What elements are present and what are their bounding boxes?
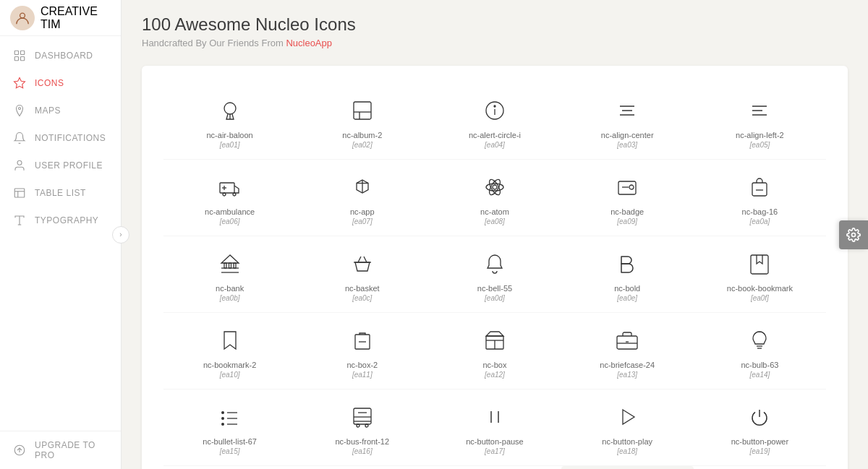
icon-cell[interactable]: nc-button-power[ea19] bbox=[694, 390, 826, 466]
svg-rect-2 bbox=[21, 51, 25, 54]
sidebar-item-icons[interactable]: ICONS bbox=[0, 69, 121, 97]
icon-cell[interactable]: nc-button-pause[ea17] bbox=[428, 390, 561, 466]
icon-code: [ea11] bbox=[352, 371, 373, 379]
nc-button-play-icon bbox=[613, 403, 642, 431]
svg-rect-67 bbox=[354, 408, 371, 424]
nc-bus-front-12-icon bbox=[348, 403, 377, 431]
icon-cell[interactable]: nc-atom[ea08] bbox=[428, 160, 561, 236]
maps-icon bbox=[12, 104, 27, 117]
svg-point-70 bbox=[365, 424, 368, 427]
icon-cell[interactable]: nc-caps-small bbox=[428, 466, 561, 469]
main-scroll-area[interactable]: 100 Awesome Nucleo Icons Handcrafted By … bbox=[122, 0, 868, 469]
icon-label: nc-briefcase-24 bbox=[600, 361, 655, 369]
icon-cell[interactable]: nc-align-left-2[ea05] bbox=[694, 83, 826, 160]
svg-rect-3 bbox=[14, 57, 18, 61]
icon-label: nc-bus-front-12 bbox=[335, 437, 389, 446]
sidebar-nav: DASHBOARD ICONS MAPS bbox=[0, 36, 121, 431]
svg-rect-4 bbox=[21, 57, 25, 61]
sidebar-item-user-profile[interactable]: USER PROFILE bbox=[0, 152, 121, 179]
icons-icon bbox=[12, 77, 27, 90]
nc-box-icon bbox=[480, 326, 509, 355]
icon-cell[interactable]: nc-bank[ea0b] bbox=[163, 236, 296, 313]
icon-code: [ea0c] bbox=[352, 294, 372, 302]
sidebar-header: CREATIVE TIM bbox=[0, 0, 121, 36]
icon-cell[interactable]: nc-basket[ea0c] bbox=[296, 236, 428, 313]
nc-book-bookmark-icon bbox=[745, 249, 774, 278]
nucleo-link[interactable]: NucleoApp bbox=[286, 38, 332, 48]
svg-point-6 bbox=[19, 108, 21, 110]
nc-alert-circle-i-icon bbox=[480, 96, 509, 125]
svg-rect-16 bbox=[354, 102, 371, 119]
icon-cell[interactable]: nc-box[ea12] bbox=[428, 313, 561, 390]
icon-label: nc-bank bbox=[216, 284, 244, 293]
icon-cell[interactable]: nc-cart-simple bbox=[561, 466, 694, 469]
dashboard-icon bbox=[12, 49, 27, 62]
svg-rect-51 bbox=[751, 255, 768, 274]
icon-label: nc-bell-55 bbox=[477, 284, 512, 293]
icon-code: [ea14] bbox=[749, 371, 770, 379]
icon-cell[interactable]: nc-calendar-60 bbox=[163, 466, 296, 469]
nc-button-power-icon bbox=[745, 403, 774, 431]
svg-marker-75 bbox=[623, 410, 634, 424]
icon-code: [ea19] bbox=[749, 447, 770, 455]
page-title: 100 Awesome Nucleo Icons bbox=[142, 14, 848, 35]
icon-cell[interactable]: nc-camera-compact bbox=[296, 466, 428, 469]
user-profile-label: USER PROFILE bbox=[35, 160, 103, 171]
dashboard-label: DASHBOARD bbox=[35, 51, 93, 61]
icon-cell[interactable]: nc-bell-55[ea0d] bbox=[428, 236, 561, 313]
icon-cell[interactable]: nc-bulb-63[ea14] bbox=[694, 313, 826, 390]
icon-cell[interactable]: nc-bus-front-12[ea16] bbox=[296, 390, 428, 466]
icon-label: nc-bookmark-2 bbox=[203, 361, 256, 369]
icon-cell[interactable]: nc-bold[ea0e] bbox=[561, 236, 694, 313]
icon-cell[interactable]: nc-align-center[ea03] bbox=[561, 83, 694, 160]
sidebar-item-dashboard[interactable]: DASHBOARD bbox=[0, 42, 121, 69]
maps-label: MAPS bbox=[35, 106, 61, 116]
sidebar-item-table-list[interactable]: TABLE LIST bbox=[0, 179, 121, 207]
upgrade-icon bbox=[12, 444, 27, 457]
icon-cell[interactable]: nc-book-bookmark[ea0f] bbox=[694, 236, 826, 313]
sidebar-item-notifications[interactable]: NOTIFICATIONS bbox=[0, 124, 121, 152]
svg-rect-56 bbox=[617, 336, 637, 349]
sidebar-item-maps[interactable]: MAPS bbox=[0, 97, 121, 124]
icon-cell[interactable]: nc-bookmark-2[ea10] bbox=[163, 313, 296, 390]
icon-cell[interactable]: nc-ambulance[ea06] bbox=[163, 160, 296, 236]
icon-label: nc-air-baloon bbox=[206, 131, 252, 139]
icon-code: [ea06] bbox=[220, 218, 240, 225]
icon-label: nc-button-play bbox=[602, 437, 652, 446]
table-list-label: TABLE LIST bbox=[35, 188, 86, 198]
sidebar-collapse-button[interactable]: › bbox=[112, 226, 129, 244]
upgrade-button[interactable]: UPGRADE TO PRO bbox=[0, 431, 121, 469]
icon-cell[interactable]: nc-alert-circle-i[ea04] bbox=[428, 83, 561, 160]
nc-bookmark-2-icon bbox=[216, 326, 244, 355]
nc-briefcase-24-icon bbox=[613, 326, 642, 355]
nc-align-center-icon bbox=[613, 96, 642, 125]
icon-label: nc-alert-circle-i bbox=[469, 131, 521, 139]
settings-button[interactable] bbox=[839, 220, 868, 249]
svg-point-29 bbox=[223, 193, 226, 196]
icon-cell[interactable]: nc-bullet-list-67[ea15] bbox=[163, 390, 296, 466]
svg-rect-48 bbox=[234, 263, 236, 268]
svg-rect-42 bbox=[752, 183, 767, 196]
user-profile-icon bbox=[12, 159, 27, 172]
icon-cell[interactable]: nc-app[ea07] bbox=[296, 160, 428, 236]
icon-code: [ea0a] bbox=[749, 218, 770, 225]
nc-button-pause-icon bbox=[480, 403, 509, 431]
icon-cell[interactable]: nc-bag-16[ea0a] bbox=[694, 160, 826, 236]
icon-cell[interactable]: nc-badge[ea09] bbox=[561, 160, 694, 236]
nc-bank-icon bbox=[216, 249, 244, 278]
icon-code: [ea01] bbox=[220, 141, 240, 149]
nc-align-left-2-icon bbox=[745, 96, 774, 125]
icon-cell[interactable]: nc-chart-bar-32 bbox=[694, 466, 826, 469]
upgrade-label: UPGRADE TO PRO bbox=[35, 440, 109, 460]
icon-cell[interactable]: nc-briefcase-24[ea13] bbox=[561, 313, 694, 390]
icon-cell[interactable]: nc-album-2[ea02] bbox=[296, 83, 428, 160]
icon-cell[interactable]: nc-box-2[ea11] bbox=[296, 313, 428, 390]
icon-label: nc-bulb-63 bbox=[741, 361, 778, 369]
svg-point-21 bbox=[494, 106, 495, 107]
icon-code: [ea08] bbox=[485, 218, 505, 225]
icon-cell[interactable]: nc-button-play[ea18] bbox=[561, 390, 694, 466]
svg-point-35 bbox=[493, 185, 497, 189]
icon-cell[interactable]: nc-air-baloon[ea01] bbox=[163, 83, 296, 160]
icon-code: [ea18] bbox=[617, 447, 637, 455]
sidebar-item-typography[interactable]: TYPOGRAPHY bbox=[0, 207, 121, 234]
